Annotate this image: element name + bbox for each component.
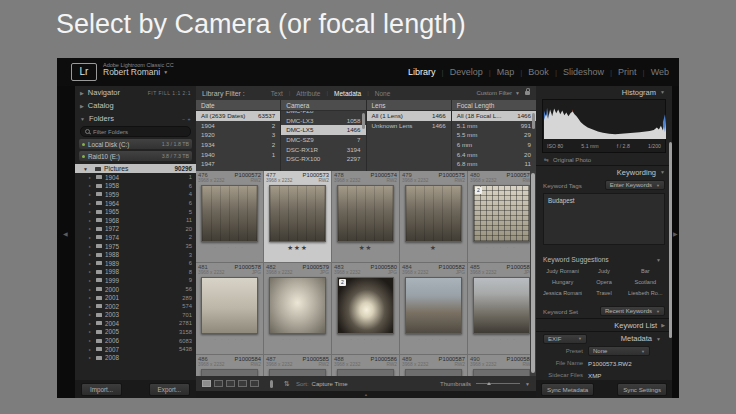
disclosure-triangle-icon[interactable]: ▼ <box>83 166 88 172</box>
filter-row[interactable]: 6 mm9 <box>452 140 536 150</box>
slider-knob[interactable] <box>487 382 491 385</box>
preset-dropdown[interactable]: None ▼ <box>588 346 650 356</box>
filter-row[interactable]: 19342 <box>196 140 280 150</box>
filter-row[interactable]: All (18 Focal L...1466 <box>452 111 536 121</box>
disclosure-triangle-icon[interactable]: ▶ <box>80 90 84 96</box>
keyword-suggestion-button[interactable]: Opera <box>584 277 623 287</box>
module-tab-book[interactable]: Book <box>528 67 549 77</box>
keyword-suggestion-button[interactable]: Bar <box>626 266 665 276</box>
filter-column-header[interactable]: Lens <box>367 100 451 111</box>
thumbnail-size-slider[interactable] <box>476 383 520 384</box>
folder-row[interactable]: ▸2003701 <box>75 311 196 320</box>
lock-icon[interactable] <box>525 91 530 95</box>
metadata-view-dropdown[interactable]: EXIF ▼ <box>543 334 587 344</box>
disclosure-triangle-icon[interactable]: ▶ <box>80 103 84 109</box>
folder-row[interactable]: ▸2001289 <box>75 293 196 302</box>
filter-row[interactable]: All (1 Lens)1466 <box>367 111 451 121</box>
folder-row[interactable]: ▸20075438 <box>75 345 196 354</box>
navigator-header[interactable]: ▶ Navigator FIT FILL 1:1 2:1 <box>75 86 196 99</box>
rating-stars[interactable]: · · · · · <box>402 334 465 345</box>
people-view-icon[interactable] <box>250 380 259 387</box>
keyword-list-header[interactable]: Keyword List ▶ <box>536 319 672 331</box>
stack-count-badge[interactable]: 2 <box>339 279 346 286</box>
photo-thumbnail[interactable] <box>473 277 530 334</box>
photo-thumbnail[interactable] <box>405 185 462 242</box>
grid-cell[interactable]: 479P10005753968 x 2232RW2★ <box>400 171 468 263</box>
module-tab-map[interactable]: Map <box>497 67 515 77</box>
filter-row[interactable]: DMC-LX51466 <box>281 125 365 135</box>
scrollbar-thumb[interactable] <box>362 113 365 129</box>
grid-cell[interactable]: 477P10005733968 x 2232RW2★★★ <box>264 171 332 263</box>
sync-metadata-button[interactable]: Sync Metadata <box>541 383 594 396</box>
folder-row[interactable]: ▸197220 <box>75 225 196 234</box>
filter-tab-attribute[interactable]: Attribute <box>296 90 320 97</box>
grid-cell[interactable]: 486P10005843968 x 2232RW2· · · · · <box>196 355 264 376</box>
rating-stars[interactable]: ★ <box>402 242 465 253</box>
keyword-suggestion-button[interactable]: Jessica Romani <box>543 288 582 298</box>
rating-stars[interactable]: · · · · · <box>198 334 261 345</box>
module-tab-slideshow[interactable]: Slideshow <box>563 67 604 77</box>
keywords-textarea[interactable]: Budapest <box>543 193 665 245</box>
disclosure-triangle-icon[interactable]: ▼ <box>80 116 85 122</box>
keyword-tags-mode-dropdown[interactable]: Enter Keywords ▼ <box>605 180 665 190</box>
keywording-header[interactable]: Keywording ▼ <box>536 166 672 178</box>
filter-row[interactable]: DSC-RX1R3194 <box>281 144 365 154</box>
scrollbar-thumb[interactable] <box>531 173 535 373</box>
catalog-header[interactable]: ▶ Catalog <box>75 99 196 112</box>
filter-column-header[interactable]: Focal Length <box>452 100 536 111</box>
custom-filter-dropdown[interactable]: Custom Filter ▼ <box>476 90 530 96</box>
photo-thumbnail[interactable] <box>405 369 462 376</box>
grid-cell[interactable]: 490P10005883968 x 2232RW2· · · · · <box>468 355 536 376</box>
filter-row[interactable]: All (2639 Dates)63537 <box>196 111 280 121</box>
filter-row[interactable]: 6.8 mm11 <box>452 159 536 169</box>
folder-row[interactable]: ▸2008 <box>75 353 196 362</box>
rating-stars[interactable]: ★★ <box>334 242 397 253</box>
grid-cell[interactable]: 482P10005793968 x 2232JPG· · · · · <box>264 263 332 355</box>
grid-cell[interactable]: 476P10005723968 x 2232RW2· · · · · <box>196 171 264 263</box>
disclosure-triangle-icon[interactable]: ▼ <box>656 336 661 342</box>
folder-row[interactable]: ▸197535 <box>75 242 196 251</box>
filter-row[interactable]: 1947 <box>196 159 280 169</box>
folder-filter-input[interactable]: Filter Folders <box>80 126 191 137</box>
collapse-left-icon[interactable]: ◀ <box>63 230 68 237</box>
navigator-zoom-options[interactable]: FIT FILL 1:1 2:1 <box>148 90 191 96</box>
folder-row[interactable]: ▸19988 <box>75 268 196 277</box>
keyword-suggestion-button[interactable]: Judy Romani <box>543 266 582 276</box>
filter-tab-text[interactable]: Text <box>271 90 283 97</box>
filter-row[interactable]: 5.1 mm991 <box>452 121 536 131</box>
chevron-down-icon[interactable]: ▼ <box>163 70 168 76</box>
keyword-suggestion-button[interactable]: Scotland <box>626 277 665 287</box>
import-button[interactable]: Import... <box>81 383 122 396</box>
grid-cell[interactable]: 488P10005863968 x 2232RW2· · · · · <box>332 355 400 376</box>
folder-row[interactable]: ▸20066083 <box>75 336 196 345</box>
scrollbar-thumb[interactable] <box>532 113 535 129</box>
photo-thumbnail[interactable] <box>405 277 462 334</box>
folder-row[interactable]: ▸19999 <box>75 276 196 285</box>
grid-cell[interactable]: 481P10005783968 x 2232JPG· · · · · <box>196 263 264 355</box>
survey-view-icon[interactable] <box>238 380 247 387</box>
filter-row[interactable]: DMC-SZ97 <box>281 135 365 145</box>
folder-row[interactable]: ▸20042781 <box>75 319 196 328</box>
folder-row[interactable]: ▸200056 <box>75 285 196 294</box>
rating-stars[interactable]: · · · · · <box>266 334 329 345</box>
right-panel-collapse-strip[interactable]: ▶ <box>672 86 679 398</box>
module-tab-web[interactable]: Web <box>651 67 669 77</box>
volume-row[interactable]: Raid10 (E:) 3.8 / 7.3 TB <box>79 151 192 161</box>
metadata-header[interactable]: EXIF ▼ Metadata ▼ <box>536 332 672 345</box>
grid-view-icon[interactable] <box>202 380 211 387</box>
histogram-header[interactable]: Histogram ▼ <box>536 86 672 98</box>
photo-thumbnail[interactable] <box>269 185 326 242</box>
module-tab-develop[interactable]: Develop <box>450 67 483 77</box>
folders-header[interactable]: ▼ Folders − + <box>75 112 196 125</box>
grid-cell[interactable]: 487P10005853968 x 2232RW2· · · · · <box>264 355 332 376</box>
grid-cell[interactable]: 480P10005763968 x 2232RW22· · · · · <box>468 171 536 263</box>
compare-view-icon[interactable] <box>226 380 235 387</box>
filter-row[interactable]: 6.4 mm20 <box>452 149 536 159</box>
rating-stars[interactable]: · · · · · <box>198 242 261 253</box>
export-button[interactable]: Export... <box>149 383 190 396</box>
filter-row[interactable]: 19203 <box>196 130 280 140</box>
photo-thumbnail[interactable]: 2 <box>473 185 530 242</box>
keyword-suggestions-header[interactable]: Keyword Suggestions ▼ <box>536 254 672 265</box>
add-remove-folder-buttons[interactable]: − + <box>182 116 191 122</box>
disclosure-triangle-icon[interactable]: ▼ <box>656 257 661 263</box>
